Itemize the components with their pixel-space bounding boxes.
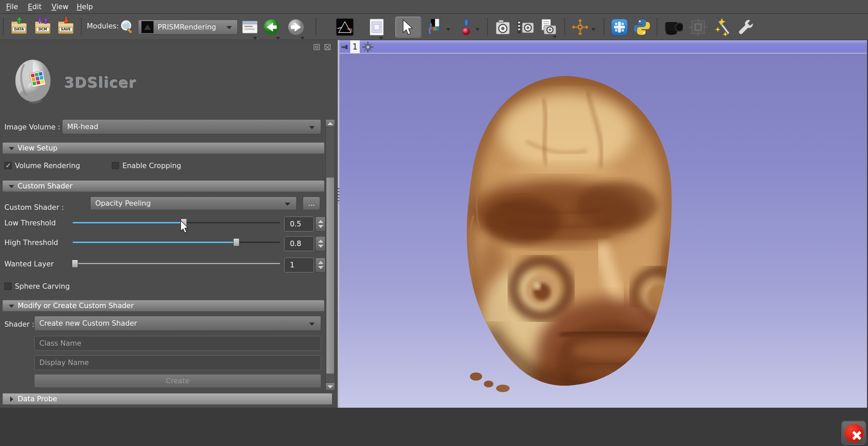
display-name-input[interactable] [34,355,321,370]
scrollbar-thumb[interactable] [326,177,334,374]
shader-more-button[interactable]: ... [303,197,320,210]
error-close-button[interactable] [842,421,866,445]
crosshair-icon [571,18,589,36]
capture-frame-icon [689,18,707,36]
toolbar-separator[interactable] [604,18,606,36]
module-history-button[interactable] [241,18,259,36]
spinbox-arrows[interactable] [315,236,326,251]
close-icon [845,424,864,443]
low-threshold-slider[interactable] [73,219,280,227]
prism-module-button[interactable] [336,18,354,36]
toolbar-separator[interactable] [656,18,659,36]
back-button[interactable] [262,18,281,36]
extensions-manager-icon [611,18,628,36]
threed-view-controller-bar[interactable]: 1 [339,40,867,54]
create-button[interactable]: Create [34,374,321,388]
save-button[interactable]: SAVE [57,18,75,36]
spinbox-arrows[interactable] [315,258,326,272]
volume-rendering-checkbox[interactable] [4,162,12,169]
back-icon [263,19,280,36]
shader-create-combobox[interactable]: Create new Custom Shader [34,316,321,331]
enable-cropping-label: Enable Cropping [122,162,181,170]
scroll-down-button[interactable] [326,383,335,390]
screenshot-button[interactable] [494,18,513,36]
sphere-carving-checkbox[interactable] [4,283,12,290]
module-search-button[interactable] [118,18,136,36]
chevron-down-icon [309,126,315,129]
settings-wrench-icon [736,18,755,36]
layout-icon [369,18,384,36]
modules-label: Modules: [87,22,119,30]
section-modify-create[interactable]: Modify or Create Custom Shader [2,300,324,311]
pin-icon[interactable] [341,44,350,50]
menu-view[interactable]: View [50,2,71,12]
volume-display-icon [427,18,443,36]
class-name-input[interactable] [34,336,321,351]
enable-cropping-checkbox[interactable] [112,162,119,169]
screenshot-icon [495,19,512,36]
menu-file[interactable]: File [4,2,20,12]
image-volume-combobox[interactable]: MR-head [62,119,321,134]
scene-capture-icon [517,19,535,36]
scene-views-icon [539,19,557,36]
magic-wand-button[interactable] [715,18,733,36]
python-console-icon [633,18,651,36]
mouse-pointer-icon [402,19,415,35]
chevron-down-icon [309,323,315,326]
forward-button[interactable] [287,18,305,36]
toolbar-separator[interactable] [564,18,567,36]
module-selector-value: PRISMRendering [158,23,216,31]
menu-edit[interactable]: Edit [26,2,44,12]
scroll-up-button[interactable] [326,120,335,127]
cinematic-camera-button[interactable] [665,18,683,36]
settings-wrench-button[interactable] [736,18,755,36]
app-title: 3DSlicer [64,74,136,90]
float-panel-icon[interactable] [314,44,320,50]
custom-shader-combobox[interactable]: Opacity Peeling [90,197,297,210]
toolbar-separator[interactable] [315,18,318,36]
spinbox-arrows[interactable] [315,217,326,231]
volume-display-button[interactable] [426,18,444,36]
mouse-interaction-button[interactable] [395,17,421,38]
chevron-down-icon[interactable] [446,28,450,31]
load-dicom-icon: DCM [35,20,51,35]
chevron-down-icon [253,37,257,40]
markups-button[interactable] [457,18,475,36]
forward-icon [288,19,304,36]
load-dicom-button[interactable]: DCM [34,18,52,36]
load-data-button[interactable]: DATA [10,18,28,36]
module-selector-combobox[interactable]: PRISMRendering [138,20,238,35]
section-custom-shader[interactable]: Custom Shader [2,180,324,192]
chevron-down-icon [553,36,557,38]
chevron-down-icon[interactable] [475,28,479,31]
low-threshold-label: Low Threshold [4,219,56,227]
toolbar-separator[interactable] [3,18,5,36]
image-volume-label: Image Volume : [4,123,60,131]
wanted-layer-slider[interactable] [73,260,280,268]
toolbar-separator[interactable] [487,18,490,36]
threed-viewport[interactable] [339,54,867,418]
section-data-probe[interactable]: Data Probe [2,393,332,405]
scene-views-button[interactable] [539,18,557,36]
wanted-layer-label: Wanted Layer [4,260,54,268]
extensions-manager-button[interactable] [610,18,629,36]
close-panel-icon[interactable] [324,44,331,50]
python-console-button[interactable] [633,18,651,36]
scene-capture-button[interactable] [517,18,535,36]
high-threshold-slider[interactable] [73,238,280,246]
slider-handle[interactable] [72,260,78,268]
chevron-down-icon[interactable] [591,28,595,31]
crosshair-button[interactable] [571,18,589,36]
custom-shader-value: Opacity Peeling [95,199,151,207]
sphere-carving-label: Sphere Carving [15,282,70,290]
section-view-setup[interactable]: View Setup [2,142,324,154]
slider-handle[interactable] [233,238,240,246]
menu-help[interactable]: Help [75,2,95,12]
threed-view[interactable]: 1 [339,40,867,418]
collapse-triangle-icon [10,397,13,402]
capture-frame-button[interactable] [689,18,707,36]
panel-scrollbar[interactable] [326,119,335,390]
layout-selector-button[interactable] [368,18,386,36]
toolbar-separator[interactable] [81,18,83,36]
view-crosshair-icon[interactable] [362,42,373,53]
